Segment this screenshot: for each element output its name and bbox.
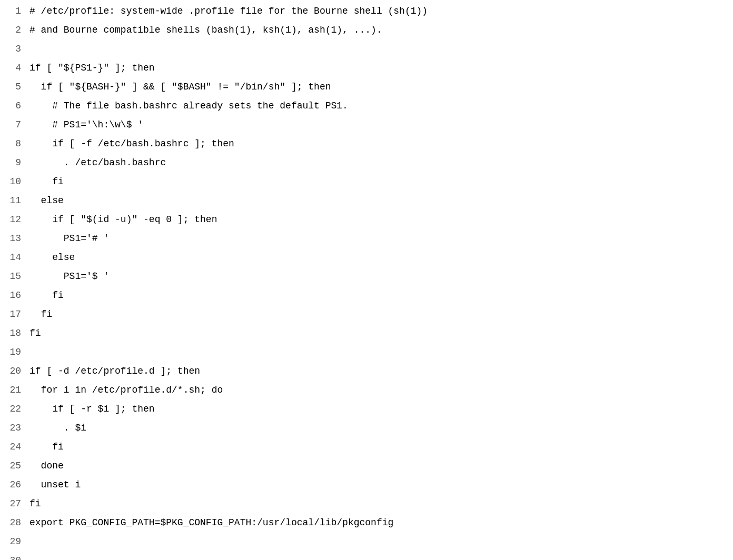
line-number: 29 [4, 535, 21, 549]
line-number: 5 [4, 80, 21, 94]
line-content: fi [29, 440, 64, 454]
line-number: 17 [4, 307, 21, 322]
code-line: 8 if [ -f /etc/bash.bashrc ]; then [0, 137, 733, 156]
line-number: 6 [4, 99, 21, 113]
line-number: 20 [4, 364, 21, 378]
code-line: 14 else [0, 251, 733, 269]
line-number: 12 [4, 213, 21, 227]
code-line: 21 for i in /etc/profile.d/*.sh; do [0, 383, 733, 402]
code-line: 23 . $i [0, 421, 733, 440]
line-content: if [ "$(id -u)" -eq 0 ]; then [29, 213, 217, 227]
code-line: 18fi [0, 326, 733, 345]
line-content: if [ "${BASH-}" ] && [ "$BASH" != "/bin/… [29, 80, 331, 94]
code-line: 19 [0, 345, 733, 364]
line-content: unset i [29, 478, 81, 492]
line-number: 23 [4, 421, 21, 435]
code-line: 28export PKG_CONFIG_PATH=$PKG_CONFIG_PAT… [0, 516, 733, 535]
line-content: PS1='$ ' [29, 269, 109, 284]
code-line: 13 PS1='# ' [0, 232, 733, 251]
code-line: 25 done [0, 459, 733, 478]
line-content: if [ -d /etc/profile.d ]; then [29, 364, 200, 378]
line-content: # PS1='\h:\w\$ ' [29, 118, 143, 132]
line-number: 14 [4, 251, 21, 265]
line-content: export PKG_CONFIG_PATH=$PKG_CONFIG_PATH:… [29, 516, 393, 530]
line-content: if [ -f /etc/bash.bashrc ]; then [29, 137, 234, 151]
line-content: PS1='# ' [29, 232, 109, 246]
code-line: 9 . /etc/bash.bashrc [0, 156, 733, 175]
code-viewer: 1# /etc/profile: system-wide .profile fi… [0, 0, 733, 560]
code-line: 12 if [ "$(id -u)" -eq 0 ]; then [0, 213, 733, 232]
line-number: 19 [4, 345, 21, 359]
line-content: for i in /etc/profile.d/*.sh; do [29, 383, 223, 397]
line-number: 16 [4, 288, 21, 303]
code-line: 15 PS1='$ ' [0, 269, 733, 288]
line-number: 24 [4, 440, 21, 454]
line-content: . $i [29, 421, 86, 435]
code-line: 5 if [ "${BASH-}" ] && [ "$BASH" != "/bi… [0, 80, 733, 99]
line-content: fi [29, 497, 41, 511]
line-number: 13 [4, 232, 21, 246]
code-line: 4if [ "${PS1-}" ]; then [0, 61, 733, 80]
code-line: 26 unset i [0, 478, 733, 497]
line-content: if [ -r $i ]; then [29, 402, 155, 416]
line-number: 2 [4, 23, 21, 37]
code-line: 22 if [ -r $i ]; then [0, 402, 733, 421]
code-line: 10 fi [0, 175, 733, 194]
line-content: fi [29, 307, 52, 322]
line-content: # The file bash.bashrc already sets the … [29, 99, 348, 113]
line-number: 8 [4, 137, 21, 151]
line-number: 28 [4, 516, 21, 530]
code-line: 30 [0, 554, 733, 560]
line-content: else [29, 251, 75, 265]
line-content: done [29, 459, 64, 473]
line-number: 25 [4, 459, 21, 473]
line-number: 26 [4, 478, 21, 492]
code-line: 11 else [0, 194, 733, 213]
line-number: 15 [4, 269, 21, 284]
line-content: fi [29, 288, 64, 303]
code-line: 27fi [0, 497, 733, 516]
line-number: 27 [4, 497, 21, 511]
line-number: 7 [4, 118, 21, 132]
line-content: . /etc/bash.bashrc [29, 156, 166, 170]
code-line: 20if [ -d /etc/profile.d ]; then [0, 364, 733, 383]
line-content: else [29, 194, 64, 208]
code-line: 3 [0, 42, 733, 61]
line-number: 9 [4, 156, 21, 170]
line-number: 10 [4, 175, 21, 189]
code-line: 29 [0, 535, 733, 554]
line-number: 3 [4, 42, 21, 56]
code-line: 17 fi [0, 307, 733, 326]
code-line: 24 fi [0, 440, 733, 459]
line-number: 30 [4, 554, 21, 560]
line-number: 4 [4, 61, 21, 75]
line-number: 1 [4, 4, 21, 18]
line-number: 11 [4, 194, 21, 208]
line-content: # and Bourne compatible shells (bash(1),… [29, 23, 382, 37]
code-line: 1# /etc/profile: system-wide .profile fi… [0, 4, 733, 23]
line-content: if [ "${PS1-}" ]; then [29, 61, 155, 75]
line-number: 18 [4, 326, 21, 341]
line-content: # /etc/profile: system-wide .profile fil… [29, 4, 428, 18]
line-content: fi [29, 175, 64, 189]
code-line: 16 fi [0, 288, 733, 307]
code-line: 7 # PS1='\h:\w\$ ' [0, 118, 733, 137]
line-number: 21 [4, 383, 21, 397]
line-content: fi [29, 326, 41, 341]
code-line: 2# and Bourne compatible shells (bash(1)… [0, 23, 733, 42]
line-number: 22 [4, 402, 21, 416]
code-line: 6 # The file bash.bashrc already sets th… [0, 99, 733, 118]
